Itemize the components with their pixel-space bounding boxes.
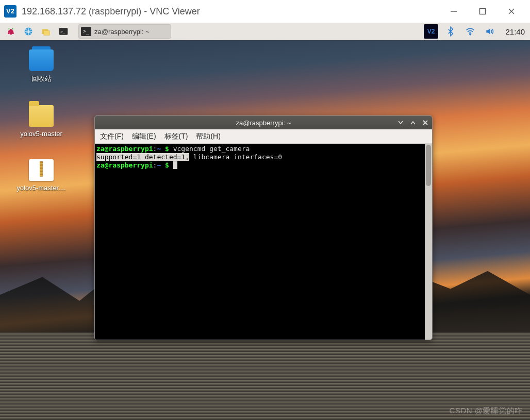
menu-help[interactable]: 帮助(H) (196, 132, 220, 141)
terminal-launcher-icon[interactable]: >_ (56, 24, 71, 39)
terminal-body[interactable]: za@raspberrypi:~ $ vcgencmd get_camera s… (95, 144, 425, 340)
svg-rect-0 (480, 9, 486, 14)
svg-point-3 (10, 32, 12, 35)
remote-desktop: >_ >_ za@raspberrypi: ~ V2 21:40 回收站 y (0, 23, 530, 420)
wifi-icon[interactable] (463, 24, 477, 39)
terminal-cursor (173, 161, 177, 169)
wallpaper-water (0, 332, 530, 420)
system-tray: V2 21:40 (424, 24, 525, 39)
desktop-icon-zip-yolov5[interactable]: yolov5-master.... (15, 159, 67, 192)
terminal-menubar: 文件(F) 编辑(E) 标签(T) 帮助(H) (95, 129, 432, 144)
prompt-path: ~ (157, 145, 165, 153)
terminal-scrollbar[interactable] (425, 144, 432, 340)
folder-icon (29, 105, 54, 127)
archive-icon (29, 159, 54, 181)
svg-point-5 (12, 32, 14, 35)
vnc-window-title: 192.168.137.72 (raspberrypi) - VNC Viewe… (22, 6, 434, 17)
vnc-titlebar: V2 192.168.137.72 (raspberrypi) - VNC Vi… (0, 0, 530, 23)
terminal-title: za@raspberrypi: ~ (236, 119, 291, 127)
desktop-icon-label: 回收站 (15, 74, 67, 83)
terminal-close-button[interactable] (422, 119, 429, 126)
terminal-minimize-button[interactable] (397, 119, 404, 126)
terminal-window: za@raspberrypi: ~ 文件(F) 编辑(E) 标签(T) 帮助(H… (94, 115, 433, 340)
prompt-dollar: $ (165, 161, 169, 169)
taskbar-terminal-button[interactable]: >_ za@raspberrypi: ~ (78, 24, 171, 39)
svg-text:>_: >_ (60, 29, 65, 34)
menu-file[interactable]: 文件(F) (100, 132, 124, 141)
prompt-user: za@raspberrypi (96, 145, 153, 153)
lxpanel: >_ >_ za@raspberrypi: ~ V2 21:40 (0, 23, 530, 40)
panel-clock[interactable]: 21:40 (502, 27, 525, 36)
svg-rect-9 (44, 30, 50, 35)
terminal-titlebar[interactable]: za@raspberrypi: ~ (95, 116, 432, 129)
vnc-server-tray-icon[interactable]: V2 (424, 24, 438, 39)
output-selected: supported=1 detected=1, (96, 153, 189, 161)
taskbar-item-label: za@raspberrypi: ~ (94, 28, 150, 36)
minimize-button[interactable] (439, 2, 468, 21)
output-text: libcamera interfaces=0 (189, 153, 282, 161)
svg-point-12 (470, 34, 471, 35)
svg-point-4 (8, 32, 10, 35)
bluetooth-icon[interactable] (443, 24, 458, 39)
terminal-task-icon: >_ (81, 27, 91, 36)
trash-icon (29, 49, 54, 71)
svg-point-6 (10, 29, 12, 31)
web-browser-icon[interactable] (21, 24, 36, 39)
file-manager-icon[interactable] (38, 24, 54, 39)
volume-icon[interactable] (483, 24, 497, 39)
prompt-user: za@raspberrypi (96, 161, 153, 169)
desktop-icon-label: yolov5-master.... (15, 184, 67, 192)
terminal-maximize-button[interactable] (409, 119, 417, 126)
command-text: vcgencmd get_camera (169, 145, 250, 153)
desktop-icon-folder-yolov5[interactable]: yolov5-master (15, 105, 67, 138)
maximize-button[interactable] (468, 2, 497, 21)
menu-edit[interactable]: 编辑(E) (132, 132, 156, 141)
vnc-logo-icon: V2 (4, 5, 16, 18)
prompt-dollar: $ (165, 145, 169, 153)
desktop-icon-trash[interactable]: 回收站 (15, 49, 67, 83)
window-controls (439, 2, 526, 21)
desktop-icon-label: yolov5-master (15, 130, 67, 138)
raspberry-menu-icon[interactable] (3, 24, 19, 39)
prompt-path: ~ (157, 161, 165, 169)
close-button[interactable] (497, 2, 526, 21)
menu-tabs[interactable]: 标签(T) (164, 132, 188, 141)
